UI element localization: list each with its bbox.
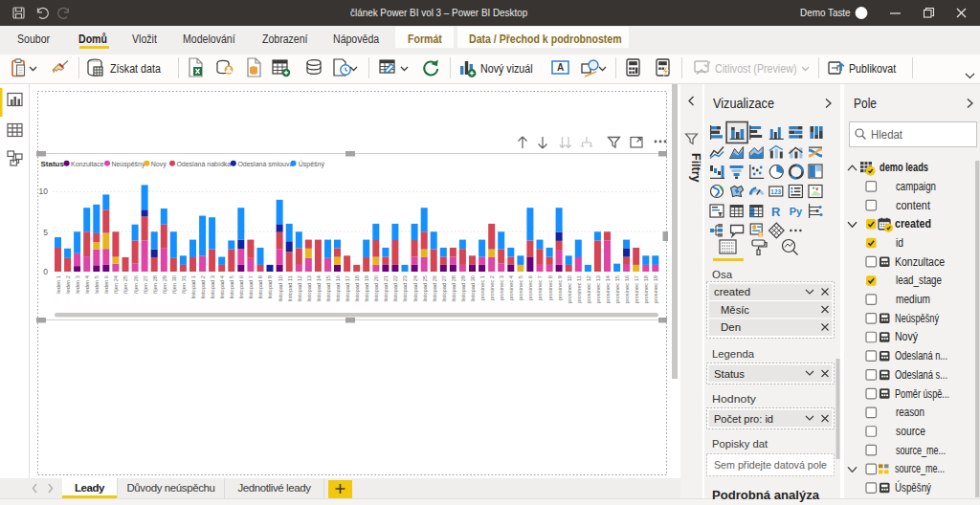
svg-text:Sem přidejte datová pole: Sem přidejte datová pole [714, 459, 827, 471]
svg-text:Podrobná analýza: Podrobná analýza [712, 488, 819, 502]
svg-text:leden 5: leden 5 [94, 275, 100, 294]
svg-text:Nový: Nový [895, 330, 918, 343]
svg-text:prosinec 2: prosinec 2 [489, 275, 495, 300]
svg-text:říjen 27: říjen 27 [143, 275, 148, 294]
svg-text:prosinec 17: prosinec 17 [634, 275, 639, 303]
svg-text:medium: medium [896, 293, 930, 306]
svg-text:listopad 21: listopad 21 [383, 275, 389, 302]
svg-text:Nový: Nový [151, 161, 167, 168]
svg-text:listopad 13: listopad 13 [306, 275, 312, 302]
svg-text:říjen 24: říjen 24 [113, 275, 119, 294]
svg-text:0: 0 [43, 267, 48, 276]
svg-text:listopad 14: listopad 14 [316, 275, 322, 302]
svg-text:Vizualizace: Vizualizace [713, 96, 774, 111]
svg-text:listopad 6: listopad 6 [238, 275, 244, 298]
svg-text:A: A [557, 62, 564, 73]
svg-text:Hledat: Hledat [871, 128, 903, 142]
svg-text:listopad 17: listopad 17 [345, 275, 350, 302]
svg-text:listopad 8: listopad 8 [257, 275, 263, 298]
svg-text:123: 123 [770, 188, 781, 195]
svg-text:content: content [896, 199, 931, 212]
svg-text:leden 6: leden 6 [103, 275, 109, 294]
svg-text:R: R [771, 205, 781, 219]
svg-text:created: created [895, 217, 931, 231]
svg-text:prosinec 4: prosinec 4 [508, 275, 514, 300]
svg-text:říjen 25: říjen 25 [122, 275, 128, 294]
svg-text:listopad 7: listopad 7 [248, 275, 254, 298]
svg-text:listopad 22: listopad 22 [392, 275, 398, 302]
svg-text:Konzultace: Konzultace [895, 255, 945, 269]
svg-text:listopad 9: listopad 9 [267, 275, 273, 298]
svg-text:Status: Status [41, 160, 65, 168]
svg-text:leden 4: leden 4 [84, 275, 90, 294]
svg-text:listopad 2: listopad 2 [200, 275, 206, 298]
svg-text:prosinec 10: prosinec 10 [567, 275, 572, 303]
svg-text:source_me...: source_me... [895, 462, 945, 475]
svg-text:created: created [714, 286, 750, 297]
svg-text:listopad 3: listopad 3 [210, 275, 215, 298]
svg-text:říjen 29: říjen 29 [162, 275, 167, 294]
svg-text:Py: Py [790, 206, 803, 217]
svg-text:prosinec 15: prosinec 15 [614, 275, 620, 303]
svg-text:listopad 5: listopad 5 [229, 275, 234, 298]
svg-text:listopad 12: listopad 12 [297, 275, 302, 302]
svg-text:Filtry: Filtry [689, 153, 702, 183]
svg-text:listopad 18: listopad 18 [354, 275, 360, 302]
svg-text:Neúspěšný: Neúspěšný [895, 312, 939, 325]
svg-text:říjen 30: říjen 30 [171, 275, 177, 294]
svg-text:listopad 27: listopad 27 [441, 275, 447, 302]
svg-text:říjen 31: říjen 31 [181, 275, 187, 294]
svg-text:říjen 28: říjen 28 [152, 275, 158, 294]
svg-text:listopad 15: listopad 15 [325, 275, 331, 302]
svg-text:Úspěšný: Úspěšný [895, 480, 931, 494]
svg-text:Legenda: Legenda [712, 348, 755, 360]
svg-text:source: source [896, 425, 925, 438]
svg-text:listopad 20: listopad 20 [373, 275, 379, 302]
svg-text:listopad 24: listopad 24 [412, 275, 418, 302]
svg-text:prosinec 5: prosinec 5 [518, 275, 523, 300]
svg-text:listopad 10: listopad 10 [278, 275, 283, 302]
svg-text:prosinec 7: prosinec 7 [537, 275, 543, 300]
svg-text:prosinec 1: prosinec 1 [479, 275, 485, 300]
svg-text:Počet pro: id: Počet pro: id [714, 413, 773, 425]
svg-text:listopad 29: listopad 29 [460, 275, 466, 302]
svg-text:prosinec 13: prosinec 13 [595, 275, 601, 303]
svg-text:Úspěšný: Úspěšný [299, 160, 325, 168]
svg-text:listopad 25: listopad 25 [422, 275, 428, 302]
svg-text:prosinec 8: prosinec 8 [547, 275, 553, 300]
svg-text:listopad 19: listopad 19 [364, 275, 369, 302]
svg-text:source_me...: source_me... [896, 444, 946, 457]
svg-text:Odeslaná s...: Odeslaná s... [895, 368, 947, 382]
svg-text:id: id [896, 236, 903, 250]
svg-text:listopad 26: listopad 26 [432, 275, 437, 302]
svg-text:říjen 26: říjen 26 [133, 275, 139, 294]
svg-text:campaign: campaign [896, 180, 936, 193]
svg-text:10: 10 [39, 187, 49, 196]
svg-text:Měsíc: Měsíc [721, 304, 749, 316]
svg-text:Odeslaná n...: Odeslaná n... [895, 349, 947, 362]
svg-text:leden 1: leden 1 [56, 275, 61, 294]
svg-text:listopad 11: listopad 11 [287, 275, 293, 301]
svg-text:prosinec 3: prosinec 3 [499, 275, 504, 300]
svg-text:Osa: Osa [712, 269, 733, 280]
svg-text:prosinec 6: prosinec 6 [527, 275, 533, 300]
svg-text:Poměr úspě...: Poměr úspě... [895, 387, 949, 401]
svg-text:Konzultace: Konzultace [71, 161, 104, 167]
svg-text:Odeslaná nabídka: Odeslaná nabídka [176, 161, 231, 167]
svg-text:reason: reason [896, 406, 924, 419]
svg-text:prosinec 19: prosinec 19 [653, 275, 658, 303]
svg-text:Popisky dat: Popisky dat [712, 438, 768, 450]
svg-text:Pole: Pole [854, 96, 877, 111]
svg-text:lead_stage: lead_stage [896, 274, 942, 287]
svg-text:prosinec 16: prosinec 16 [624, 275, 630, 303]
svg-text:listopad 4: listopad 4 [219, 275, 225, 298]
svg-text:prosinec 9: prosinec 9 [557, 275, 563, 300]
svg-text:leden 2: leden 2 [65, 275, 71, 294]
svg-text:Neúspěšný: Neúspěšný [111, 161, 145, 168]
svg-text:5: 5 [43, 228, 48, 237]
svg-text:listopad 23: listopad 23 [402, 275, 408, 302]
svg-text:Hodnoty: Hodnoty [712, 393, 756, 405]
svg-text:listopad 16: listopad 16 [335, 275, 341, 302]
svg-text:prosinec 12: prosinec 12 [586, 275, 591, 303]
svg-text:Status: Status [714, 368, 745, 380]
